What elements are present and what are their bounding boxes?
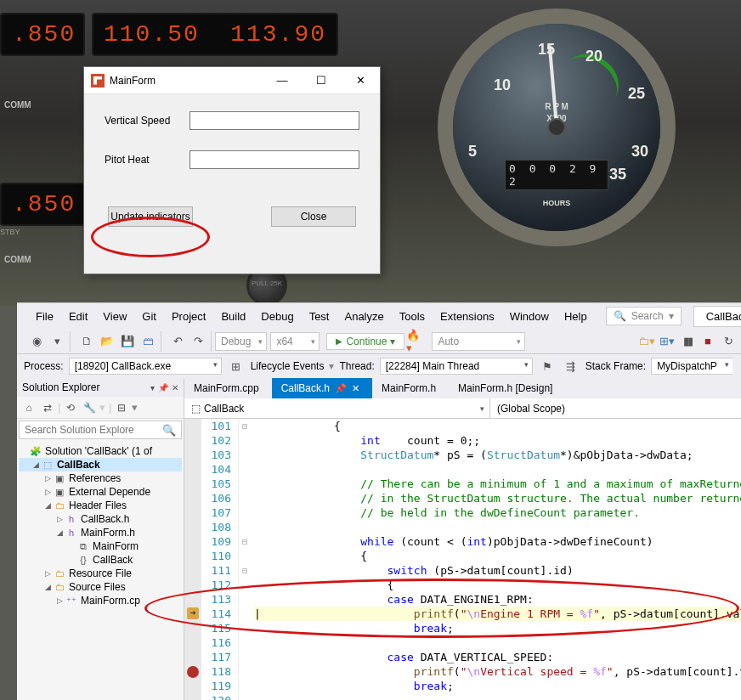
nav-back-button[interactable]: ◉ bbox=[27, 332, 46, 351]
menu-git[interactable]: Git bbox=[135, 307, 163, 326]
code-area[interactable]: 1011021031041051061071081091101111121131… bbox=[184, 419, 741, 700]
code-line[interactable]: // be held in the dwDefineCount paramete… bbox=[254, 505, 741, 520]
close-panel-icon[interactable]: ✕ bbox=[172, 383, 178, 392]
hot-reload-button[interactable]: 🔥▾ bbox=[406, 332, 425, 351]
code-line[interactable] bbox=[254, 635, 741, 650]
stop-button[interactable]: ■ bbox=[699, 332, 717, 351]
solution-search[interactable]: 🔍 bbox=[19, 421, 182, 439]
pin-icon[interactable]: ▾ bbox=[150, 383, 155, 392]
mainform-titlebar[interactable]: MainForm — ☐ ✕ bbox=[84, 67, 380, 94]
menu-edit[interactable]: Edit bbox=[62, 307, 94, 326]
lifecycle-icon[interactable]: ⊞ bbox=[227, 357, 246, 375]
autohide-icon[interactable]: 📌 bbox=[158, 383, 168, 392]
tb-misc-1[interactable]: 🗀▾ bbox=[637, 332, 656, 351]
code-line[interactable]: case DATA_VERTICAL_SPEED: bbox=[254, 650, 741, 664]
minimize-button[interactable]: — bbox=[263, 68, 302, 93]
menu-window[interactable]: Window bbox=[503, 307, 556, 326]
auto-dropdown[interactable]: Auto bbox=[432, 332, 525, 351]
code-line[interactable]: case DATA_ENGINE1_RPM: bbox=[254, 592, 741, 607]
menu-build[interactable]: Build bbox=[214, 307, 252, 326]
platform-dropdown[interactable]: x64 bbox=[270, 332, 320, 351]
tree-item[interactable]: 🧩Solution 'CallBack' (1 of bbox=[19, 444, 182, 458]
menu-view[interactable]: View bbox=[96, 307, 133, 326]
sol-home-icon[interactable]: ⌂ bbox=[20, 399, 37, 416]
vs-search-box[interactable]: 🔍 Search ▾ bbox=[606, 307, 682, 325]
sol-collapse-icon[interactable]: ⊟ bbox=[113, 399, 130, 416]
tree-item[interactable]: ▷⁺⁺MainForm.cp bbox=[19, 594, 182, 607]
update-indicators-button[interactable]: Update indicators bbox=[108, 206, 193, 227]
maximize-button[interactable]: ☐ bbox=[302, 68, 341, 93]
new-item-button[interactable]: 🗋 bbox=[77, 332, 96, 351]
code-line[interactable]: { bbox=[254, 578, 741, 592]
flag-icon[interactable]: ⚑ bbox=[538, 357, 557, 375]
solution-tree[interactable]: 🧩Solution 'CallBack' (1 of◢⬚CallBack▷▣Re… bbox=[17, 441, 184, 700]
pause-button[interactable]: ▮▮ bbox=[678, 332, 697, 351]
tb-misc-2[interactable]: ⊞▾ bbox=[658, 332, 676, 351]
menu-tools[interactable]: Tools bbox=[393, 307, 432, 326]
pitot-heat-input[interactable] bbox=[189, 150, 359, 169]
tree-item[interactable]: ▷hCallBack.h bbox=[19, 512, 182, 526]
process-dropdown[interactable]: [18920] CallBack.exe bbox=[69, 358, 222, 375]
menu-file[interactable]: File bbox=[29, 307, 60, 326]
solution-search-input[interactable] bbox=[20, 421, 157, 438]
open-button[interactable]: 📂 bbox=[98, 332, 116, 351]
tree-item[interactable]: ◢🗀Source Files bbox=[19, 580, 182, 594]
code-line[interactable] bbox=[254, 693, 741, 700]
code-line[interactable]: | printf("\nEngine 1 RPM = %f", pS->datu… bbox=[254, 607, 741, 621]
code-line[interactable]: { bbox=[254, 419, 741, 433]
menu-help[interactable]: Help bbox=[557, 307, 594, 326]
code-line[interactable]: break; bbox=[254, 621, 741, 635]
tree-item[interactable]: ◢🗀Header Files bbox=[19, 499, 182, 512]
tree-item[interactable]: ◢⬚CallBack bbox=[19, 458, 182, 471]
tree-item[interactable]: ⧉MainForm bbox=[19, 539, 182, 553]
stackframe-dropdown[interactable]: MyDispatchP bbox=[651, 358, 733, 375]
fold-toggle[interactable]: ⊟ bbox=[239, 563, 251, 578]
tree-item[interactable]: ▷▣External Depende bbox=[19, 485, 182, 499]
code-line[interactable]: switch (pS->datum[count].id) bbox=[254, 563, 741, 578]
redo-button[interactable]: ↷ bbox=[189, 332, 207, 351]
code-line[interactable] bbox=[254, 462, 741, 477]
tree-item[interactable]: ▷▣References bbox=[19, 471, 182, 485]
sol-sync-icon[interactable]: ⟲ bbox=[62, 399, 79, 416]
close-window-button[interactable]: ✕ bbox=[341, 68, 380, 93]
tree-item[interactable]: {}CallBack bbox=[19, 553, 182, 567]
save-all-button[interactable]: 🗃 bbox=[139, 332, 157, 351]
code-line[interactable]: while (count < (int)pObjData->dwDefineCo… bbox=[254, 534, 741, 549]
code-line[interactable]: StructDatum* pS = (StructDatum*)&pObjDat… bbox=[254, 448, 741, 462]
tree-item[interactable]: ◢hMainForm.h bbox=[19, 526, 182, 539]
code-line[interactable]: // There can be a minimum of 1 and a max… bbox=[254, 477, 741, 491]
tree-item[interactable]: ▷🗀Resource File bbox=[19, 567, 182, 580]
save-button[interactable]: 💾 bbox=[118, 332, 137, 351]
fold-toggle[interactable]: ⊟ bbox=[239, 419, 251, 433]
vertical-speed-input[interactable] bbox=[189, 111, 359, 130]
editor-tab[interactable]: CallBack.h 📌✕ bbox=[272, 378, 372, 398]
continue-button[interactable]: Continue ▾ bbox=[326, 333, 404, 350]
code-line[interactable] bbox=[254, 520, 741, 534]
fold-toggle[interactable]: ⊟ bbox=[239, 534, 251, 549]
restart-button[interactable]: ↻ bbox=[719, 332, 738, 351]
code-line[interactable]: printf("\nVertical speed = %f", pS->datu… bbox=[254, 664, 741, 679]
close-button[interactable]: Close bbox=[271, 206, 356, 227]
editor-tab[interactable]: MainForm.h [Design] bbox=[449, 378, 565, 398]
pin-icon[interactable]: 📌 bbox=[335, 383, 347, 394]
vs-solution-name[interactable]: CallBack bbox=[693, 306, 741, 327]
nav-fwd-button[interactable]: ▾ bbox=[48, 332, 66, 351]
sol-switch-icon[interactable]: ⇄ bbox=[39, 399, 56, 416]
menu-analyze[interactable]: Analyze bbox=[337, 307, 390, 326]
code-line[interactable]: { bbox=[254, 549, 741, 563]
menu-test[interactable]: Test bbox=[303, 307, 337, 326]
menu-project[interactable]: Project bbox=[165, 307, 212, 326]
undo-button[interactable]: ↶ bbox=[168, 332, 187, 351]
editor-nav-scope[interactable]: (Global Scope) bbox=[490, 398, 741, 418]
config-dropdown[interactable]: Debug bbox=[215, 332, 267, 351]
close-tab-icon[interactable]: ✕ bbox=[352, 383, 359, 394]
menu-debug[interactable]: Debug bbox=[254, 307, 300, 326]
menu-extensions[interactable]: Extensions bbox=[433, 307, 501, 326]
thread-dropdown[interactable]: [22284] Main Thread bbox=[380, 358, 533, 375]
code-line[interactable]: break; bbox=[254, 679, 741, 693]
editor-tab[interactable]: MainForm.cpp bbox=[184, 378, 272, 398]
editor-tab[interactable]: MainForm.h bbox=[372, 378, 449, 398]
threads-icon[interactable]: ⇶ bbox=[562, 357, 580, 375]
code-line[interactable]: int count = 0;; bbox=[254, 433, 741, 448]
breakpoint-icon[interactable] bbox=[187, 666, 199, 678]
